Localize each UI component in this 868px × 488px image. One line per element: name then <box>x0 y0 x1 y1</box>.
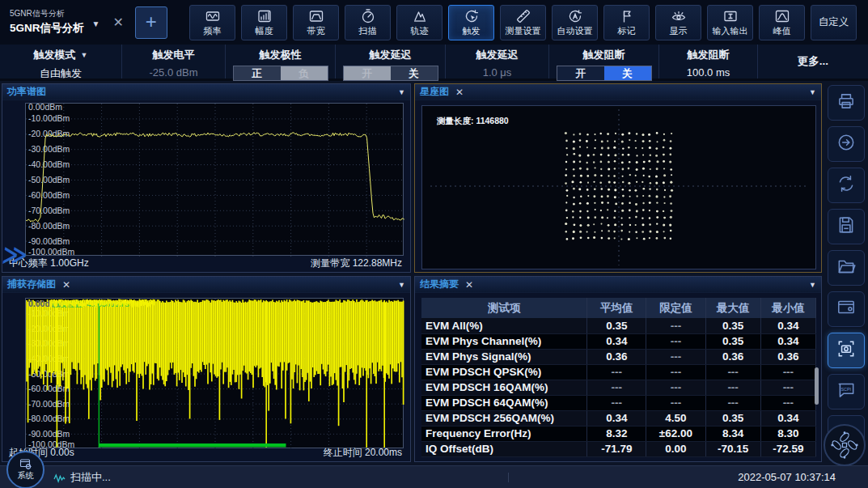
svg-text:SCPI: SCPI <box>840 387 851 392</box>
dropdown-caret-icon[interactable]: ▼ <box>81 51 88 59</box>
table-cell: -70.15 <box>705 441 760 456</box>
svg-text:-10.00dBm: -10.00dBm <box>28 113 70 123</box>
toolbar-button-label: 扫描 <box>359 25 377 37</box>
table-cell: ±62.00 <box>646 426 705 441</box>
sidebar-button-display-window[interactable] <box>828 291 865 327</box>
sidebar-button-folder-open[interactable] <box>828 250 865 286</box>
toolbar-button-label: 触发 <box>463 25 481 37</box>
panel-close-icon[interactable]: ✕ <box>455 87 464 97</box>
trigger-delay-switch-option-关[interactable]: 关 <box>391 66 438 80</box>
right-sidebar: SCPI <box>824 81 868 465</box>
table-cell: -72.59 <box>760 441 815 456</box>
toolbar-button-marker[interactable]: 标记 <box>603 5 650 40</box>
sidebar-button-screenshot[interactable] <box>828 333 865 368</box>
sidebar-button-print[interactable] <box>828 85 865 121</box>
toolbar-button-custom[interactable]: 自定义 <box>811 5 857 40</box>
status-divider <box>508 473 509 482</box>
sidebar-button-forward[interactable] <box>828 126 865 162</box>
svg-text:-40.00dBm: -40.00dBm <box>28 159 70 169</box>
panel-collapse-caret-icon[interactable]: ▼ <box>398 281 405 289</box>
folder-open-icon <box>836 256 857 280</box>
table-cell: --- <box>646 333 705 349</box>
trigger-section-label: 触发电平 <box>153 48 195 62</box>
tab-close-icon[interactable]: ✕ <box>112 15 123 30</box>
system-button[interactable]: 系统 <box>6 451 44 488</box>
panel-close-icon[interactable]: ✕ <box>62 280 70 290</box>
toolbar-button-auto-setup[interactable]: 自动设置 <box>552 5 598 40</box>
column-header: 测试项 <box>421 298 587 318</box>
trigger-polarity-option-负[interactable]: 负 <box>281 66 328 80</box>
add-tab-button[interactable]: + <box>135 6 167 39</box>
panel-header: 功率谱图 ▼ <box>2 84 410 100</box>
table-scrollbar[interactable] <box>815 367 819 405</box>
forward-icon <box>836 132 857 156</box>
trigger-section-label: 触发延迟 <box>476 48 519 62</box>
table-row: EVM Phys Channel(%)0.34---0.350.34 <box>421 333 816 349</box>
trigger-delay-switch-toggle[interactable]: 开关 <box>343 66 438 81</box>
table-cell: --- <box>587 395 646 410</box>
svg-text:-90.00dBm: -90.00dBm <box>28 236 70 246</box>
panel-collapse-caret-icon[interactable]: ▼ <box>809 88 816 96</box>
toolbar-button-meas-setup[interactable]: 测量设置 <box>500 5 546 40</box>
panel-header: 结果摘要 ✕ ▼ <box>415 277 821 293</box>
trigger-polarity-toggle[interactable]: 正负 <box>233 66 328 81</box>
toolbar-button-io[interactable]: 输入输出 <box>707 5 753 40</box>
toolbar-button-trigger[interactable]: 触发 <box>448 5 494 40</box>
toolbar-button-trace[interactable]: 轨迹 <box>396 5 442 40</box>
display-icon <box>671 8 687 24</box>
toolbar-button-frequency[interactable]: 频率 <box>189 5 235 40</box>
expand-chevrons-icon[interactable]: ≫ <box>1 240 30 269</box>
display-window-icon <box>836 297 857 321</box>
trigger-holdoff-value-value[interactable]: 100.0 ms <box>687 66 730 79</box>
trigger-holdoff-switch-option-关[interactable]: 关 <box>604 66 651 80</box>
panel-header: 星座图 ✕ ▼ <box>415 84 821 100</box>
scan-status-text: 扫描中... <box>70 470 111 485</box>
toolbar-button-bandwidth[interactable]: 带宽 <box>293 5 339 40</box>
panel-title: 功率谱图 <box>7 85 46 99</box>
toolbar-button-amplitude[interactable]: 幅度 <box>241 5 287 40</box>
trigger-section-trigger-delay-switch: 触发延迟开关 <box>335 45 445 79</box>
sync-icon <box>836 173 857 197</box>
toolbar-button-display[interactable]: 显示 <box>655 5 701 40</box>
constellation-plot: 测量长度: 1146880 <box>421 105 816 269</box>
toolbar-button-label: 自动设置 <box>557 25 593 37</box>
sidebar-button-save[interactable] <box>828 209 865 244</box>
trigger-holdoff-switch-toggle[interactable]: 开关 <box>557 66 652 81</box>
trigger-delay-value-value[interactable]: 1.0 μs <box>483 66 512 79</box>
io-icon <box>722 8 739 24</box>
clock-timestamp: 2022-05-07 10:37:14 <box>738 466 836 488</box>
sidebar-button-sync[interactable] <box>828 168 865 203</box>
trigger-section-more[interactable]: 更多... <box>757 45 868 79</box>
trigger-holdoff-switch-option-开[interactable]: 开 <box>557 66 604 80</box>
trigger-level-value[interactable]: -25.0 dBm <box>150 66 198 79</box>
stop-time-label: 终止时间 20.00ms <box>324 446 402 460</box>
tab-dropdown-caret-icon[interactable]: ▼ <box>92 19 100 28</box>
table-row: EVM Phys Signal(%)0.36---0.360.36 <box>421 349 816 364</box>
amplitude-icon <box>256 8 273 24</box>
trigger-delay-switch-option-开[interactable]: 开 <box>344 66 391 80</box>
table-cell: EVM PDSCH 64QAM(%) <box>421 395 587 410</box>
table-cell: 0.35 <box>705 318 760 333</box>
trigger-section-trigger-mode[interactable]: 触发模式▼自由触发 <box>0 45 121 79</box>
panel-close-icon[interactable]: ✕ <box>465 280 473 290</box>
svg-text:-100.00dBm: -100.00dBm <box>28 247 74 257</box>
svg-text:-90.00dBm: -90.00dBm <box>28 429 70 439</box>
trigger-mode-value[interactable]: 自由触发 <box>40 66 82 81</box>
toolbar-button-sweep[interactable]: 扫描 <box>345 5 391 40</box>
panel-title: 结果摘要 <box>420 278 459 291</box>
navigation-wheel-button[interactable] <box>824 424 866 466</box>
table-cell: 0.36 <box>705 349 760 364</box>
measurement-tab[interactable]: 5GNR信号分析 5GNR信号分析 ▼ ✕ + <box>0 6 188 39</box>
panel-collapse-caret-icon[interactable]: ▼ <box>809 281 816 289</box>
panel-collapse-caret-icon[interactable]: ▼ <box>398 88 405 96</box>
sidebar-button-scpi[interactable]: SCPI <box>828 374 865 409</box>
trigger-section-trigger-holdoff-switch: 触发阻断开关 <box>548 45 658 79</box>
toolbar-button-peak[interactable]: 峰值 <box>759 5 805 40</box>
table-cell: -71.79 <box>587 441 646 456</box>
scan-waveform-icon <box>53 473 66 483</box>
toolbar-button-label: 频率 <box>204 25 222 37</box>
trigger-polarity-option-正[interactable]: 正 <box>234 66 281 80</box>
meas-setup-icon <box>515 8 531 24</box>
panel-title: 星座图 <box>420 85 449 99</box>
results-table-area: 测试项平均值限定值最大值最小值EVM All(%)0.35---0.350.34… <box>415 293 821 461</box>
